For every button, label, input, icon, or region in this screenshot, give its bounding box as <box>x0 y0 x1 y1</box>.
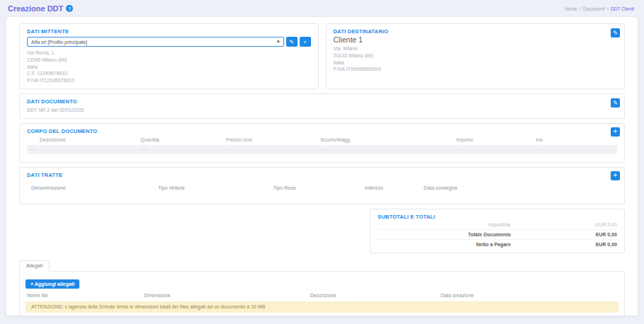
allegati-col-header: Descrizione <box>310 293 441 298</box>
main-card: DATI MITTENTE Alfa srl [Profilo principa… <box>6 16 638 316</box>
tratte-table-header: Denominazione Tipo Vettore Tipo Resa Ind… <box>27 183 617 193</box>
destinatario-address-line: Via, Milano <box>334 45 618 52</box>
footer-actions: Chiudi Rendi definitivo e chiudi <box>19 318 625 324</box>
tratte-col-header: Tipo Resa <box>272 183 363 193</box>
totali-value: EUR 0,00 <box>511 232 617 237</box>
corpo-col-header: Sconto/Magg. <box>319 134 455 145</box>
add-profile-button[interactable]: + <box>300 37 311 47</box>
section-corpo-documento: CORPO DEL DOCUMENTO + Descrizione Quanti… <box>19 123 625 163</box>
section-dati-mittente: DATI MITTENTE Alfa srl [Profilo principa… <box>19 23 319 89</box>
corpo-empty-cell: ---- <box>534 145 617 154</box>
allegati-col-header: Nome file <box>26 293 144 298</box>
corpo-empty-cell: ---- <box>319 145 455 154</box>
destinatario-name: Cliente 1 <box>334 35 618 44</box>
mittente-address-line: C.F. 12345678910 <box>27 70 311 77</box>
pencil-icon: ✎ <box>613 100 618 106</box>
tratte-col-header: Denominazione <box>27 183 157 193</box>
destinatario-address-line: Italia <box>334 59 618 66</box>
tratte-col-header: Data consegna <box>422 183 617 193</box>
corpo-col-header: Iva <box>534 134 617 145</box>
totali-label: Totale Documento <box>378 232 511 237</box>
mittente-address-line: 12345 Milano (MI) <box>27 57 311 64</box>
allegati-col-header: Data creazione <box>441 293 618 298</box>
section-title-mittente: DATI MITTENTE <box>27 28 311 35</box>
corpo-blank-row <box>27 154 617 162</box>
totali-label: Imponibile <box>378 222 511 227</box>
allegati-table-header: Nome file Dimensione Descrizione Data cr… <box>26 289 618 301</box>
company-select[interactable]: Alfa srl [Profilo principale] ▾ <box>27 37 284 47</box>
section-title-corpo: CORPO DEL DOCUMENTO <box>27 128 617 134</box>
company-select-value: Alfa srl [Profilo principale] <box>31 40 87 45</box>
corpo-empty-cell: ---- <box>139 145 225 154</box>
corpo-empty-cell: ---- <box>455 145 534 154</box>
allegati-col-header: Dimensione <box>144 293 310 298</box>
allegati-warning-banner: ATTENZIONE: L'agenzia delle Entrate limi… <box>26 301 618 313</box>
corpo-empty-row[interactable]: ---- ---- ---- ---- ---- ---- <box>27 145 617 154</box>
section-title-documento: DATI DOCUMENTO <box>27 98 617 105</box>
breadcrumb-separator: › <box>607 6 609 11</box>
tratte-col-header: Tipo Vettore <box>157 183 271 193</box>
edit-profile-button[interactable]: ✎ <box>286 37 298 47</box>
totali-row-totale-documento: Totale Documento EUR 0,00 <box>378 229 617 239</box>
plus-icon: + <box>614 128 618 135</box>
plus-icon: + <box>614 172 618 179</box>
breadcrumb-home[interactable]: Home <box>565 6 577 11</box>
mittente-address-line: P.IVA IT12345678910 <box>27 77 311 84</box>
corpo-col-header: Quantità <box>139 134 225 145</box>
corpo-col-header: Descrizione <box>27 134 139 145</box>
section-dati-tratte: DATI TRATTE + Denominazione Tipo Vettore… <box>19 167 625 204</box>
page-title: Creazione DDT ? <box>8 4 73 13</box>
breadcrumb-separator: › <box>579 6 580 11</box>
mittente-address-line: Italia <box>27 64 311 71</box>
section-title-totali: SUBTOTALI E TOTALI <box>378 214 617 220</box>
plus-icon: + <box>303 39 307 45</box>
section-title-destinatario: DATI DESTINATARIO <box>334 28 618 35</box>
totali-row-netto-a-pagare: Netto a Pagare EUR 0,00 <box>378 239 617 249</box>
corpo-col-header: Prezzo Unit. <box>225 134 319 145</box>
totali-value: EUR 0,00 <box>511 242 617 247</box>
allegati-panel: + Aggiungi allegati Nome file Dimensione… <box>19 271 625 318</box>
section-title-tratte: DATI TRATTE <box>27 172 617 178</box>
add-tratta-button[interactable]: + <box>611 171 620 180</box>
destinatario-address-line: P.IVA IT99999999999 <box>334 66 618 73</box>
add-row-button[interactable]: + <box>611 127 620 137</box>
mittente-address-line: Via Roma, 1 <box>27 50 311 57</box>
corpo-table-header: Descrizione Quantità Prezzo Unit. Sconto… <box>27 134 617 145</box>
chevron-down-icon: ▾ <box>277 39 280 45</box>
edit-destinatario-button[interactable]: ✎ <box>611 28 620 37</box>
add-allegati-button[interactable]: + Aggiungi allegati <box>26 279 79 289</box>
totali-value: EUR 0,00 <box>511 222 617 227</box>
totali-row-imponibile: Imponibile EUR 0,00 <box>378 220 617 229</box>
destinatario-address-line: 20133 Milano (MI) <box>334 52 618 59</box>
section-subtotali-totali: SUBTOTALI E TOTALI Imponibile EUR 0,00 T… <box>370 209 625 253</box>
breadcrumb: Home › Documenti › DDT Clienti <box>565 6 634 11</box>
corpo-empty-cell: ---- <box>27 145 139 154</box>
pencil-icon: ✎ <box>613 30 618 36</box>
corpo-empty-cell: ---- <box>225 145 319 154</box>
tratte-col-header: Indirizzo <box>363 183 422 193</box>
page-title-text: Creazione DDT <box>8 4 63 13</box>
top-bar: Creazione DDT ? Home › Documenti › DDT C… <box>0 0 644 16</box>
documento-summary: DDT NR 2 del 02/01/2025 <box>27 107 617 114</box>
breadcrumb-documenti[interactable]: Documenti <box>583 6 605 11</box>
breadcrumb-ddt-clienti[interactable]: DDT Clienti <box>611 6 634 11</box>
tab-allegati[interactable]: Allegati <box>19 260 50 272</box>
section-dati-destinatario: DATI DESTINATARIO ✎ Cliente 1 Via, Milan… <box>326 23 626 89</box>
edit-documento-button[interactable]: ✎ <box>611 98 620 108</box>
corpo-col-header: Importo <box>455 134 534 145</box>
allegati-area: Allegati + Aggiungi allegati Nome file D… <box>19 257 625 318</box>
help-icon[interactable]: ? <box>66 5 73 12</box>
totali-label: Netto a Pagare <box>378 242 511 247</box>
section-dati-documento: DATI DOCUMENTO ✎ DDT NR 2 del 02/01/2025 <box>19 93 625 119</box>
pencil-icon: ✎ <box>289 39 294 45</box>
